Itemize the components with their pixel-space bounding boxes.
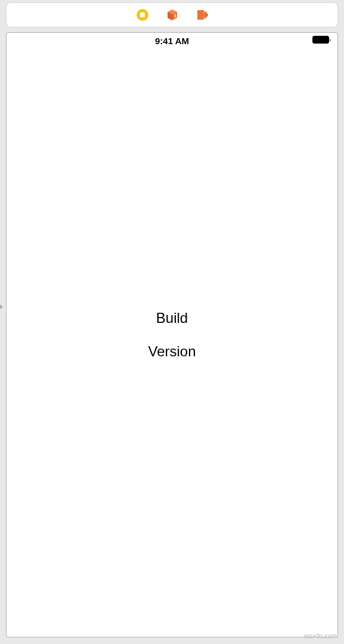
exit-icon <box>196 9 208 21</box>
cube-icon: 1 <box>166 9 178 21</box>
version-label: Version <box>148 343 196 360</box>
content-area: Build Version <box>7 33 337 637</box>
svg-rect-1 <box>140 13 145 17</box>
watermark: wsxdn.com <box>304 632 337 639</box>
canvas-left-arrow <box>0 303 3 310</box>
canvas-toolbar: 1 <box>6 2 338 27</box>
exit-button[interactable] <box>196 8 209 21</box>
build-label: Build <box>156 310 188 326</box>
simulator-screen: 9:41 AM Build Version <box>6 32 338 637</box>
svg-text:1: 1 <box>174 14 176 18</box>
stop-button[interactable] <box>136 8 149 21</box>
stop-icon <box>136 8 149 21</box>
box-button[interactable]: 1 <box>166 8 179 21</box>
